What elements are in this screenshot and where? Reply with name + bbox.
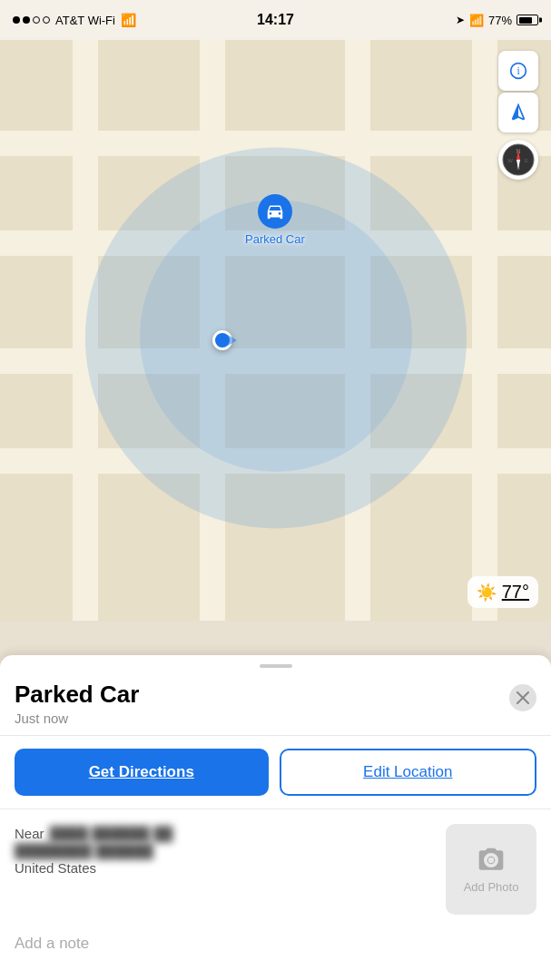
sheet-subtitle: Just now xyxy=(15,710,139,726)
near-label: Near xyxy=(15,826,44,841)
bluetooth-icon: 📶 xyxy=(469,14,484,27)
weather-icon: ☀️ xyxy=(477,583,497,603)
battery-icon xyxy=(517,15,538,25)
details-section: Near ████ ██████ ██ ████████ ██████ Unit… xyxy=(0,809,551,929)
address-line1: ████ ██████ ██ xyxy=(50,826,173,841)
carrier-label: AT&T Wi-Fi xyxy=(55,14,115,27)
address-line2: ████████ ██████ xyxy=(15,843,435,858)
address-area: Near ████ ██████ ██ ████████ ██████ Unit… xyxy=(15,824,435,876)
location-arrow-icon: ➤ xyxy=(456,14,465,26)
map-buttons: i N S W E xyxy=(498,51,538,180)
car-svg xyxy=(265,201,285,221)
battery-percent: 77% xyxy=(488,14,512,27)
road-v-4 xyxy=(472,40,497,621)
edit-location-button[interactable]: Edit Location xyxy=(280,749,537,796)
close-icon xyxy=(517,691,529,704)
location-button[interactable] xyxy=(498,93,538,132)
svg-text:i: i xyxy=(517,65,520,77)
wifi-icon: 📶 xyxy=(121,13,136,27)
status-left: AT&T Wi-Fi 📶 xyxy=(13,13,136,27)
status-bar: AT&T Wi-Fi 📶 14:17 ➤ 📶 77% xyxy=(0,0,551,40)
note-section[interactable]: Add a note xyxy=(0,929,551,962)
sheet-title: Parked Car xyxy=(15,681,139,709)
compass-svg: N S W E xyxy=(502,143,535,176)
signal-dot-1 xyxy=(13,16,20,24)
weather-widget: ☀️ 77° xyxy=(467,576,538,608)
parked-car-marker[interactable]: Parked Car xyxy=(245,194,305,246)
location-arrow-icon xyxy=(509,103,527,122)
add-photo-button[interactable]: Add Photo xyxy=(446,824,536,915)
sheet-header: Parked Car Just now xyxy=(0,668,551,736)
compass-button[interactable]: N S W E xyxy=(498,140,538,180)
status-right: ➤ 📶 77% xyxy=(456,14,538,27)
sheet-title-area: Parked Car Just now xyxy=(15,681,139,726)
signal-dot-4 xyxy=(43,16,50,24)
user-location-dot xyxy=(212,330,232,350)
parked-car-icon xyxy=(258,194,292,229)
info-icon: i xyxy=(509,62,527,80)
bottom-sheet: Parked Car Just now Get Directions Edit … xyxy=(0,655,551,980)
clock: 14:17 xyxy=(257,12,294,28)
signal-dot-3 xyxy=(33,16,40,24)
svg-text:E: E xyxy=(525,158,528,163)
svg-text:W: W xyxy=(507,158,513,163)
signal-dot-2 xyxy=(23,16,30,24)
action-buttons: Get Directions Edit Location xyxy=(0,736,551,809)
close-button[interactable] xyxy=(509,684,536,711)
parked-car-label: Parked Car xyxy=(245,232,305,246)
weather-temperature: 77° xyxy=(502,582,529,603)
get-directions-button[interactable]: Get Directions xyxy=(15,749,269,796)
add-note-label[interactable]: Add a note xyxy=(15,935,89,952)
camera-icon xyxy=(477,846,506,875)
address-country: United States xyxy=(15,860,435,876)
map-area[interactable]: Parked Car i N S W E xyxy=(0,40,551,621)
info-button[interactable]: i xyxy=(498,51,538,91)
add-photo-label: Add Photo xyxy=(464,880,519,894)
signal-dots xyxy=(13,16,50,24)
